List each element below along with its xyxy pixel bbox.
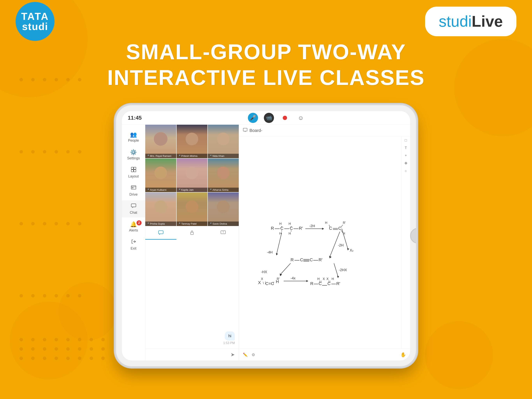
svg-text:C: C bbox=[338, 226, 341, 231]
record-button[interactable] bbox=[280, 113, 290, 123]
svg-rect-6 bbox=[132, 187, 133, 188]
video-cell-7: 🎤 Prisha Gupta bbox=[145, 193, 176, 226]
chat-icon bbox=[131, 203, 136, 210]
video-cell-name-1: 🎤 Mrs. Payal Ramani bbox=[145, 154, 176, 158]
sidebar-item-chat[interactable]: Chat bbox=[122, 200, 145, 217]
board-icon bbox=[243, 128, 247, 134]
svg-line-88 bbox=[334, 263, 338, 276]
chat-tab-message[interactable] bbox=[145, 226, 177, 240]
whiteboard-right-toolbar: □ T + ✥ ○ bbox=[401, 136, 410, 349]
video-cell-9: 🎤 Savio Disilva bbox=[208, 193, 239, 226]
microphone-button[interactable]: 🎤 bbox=[248, 113, 258, 123]
wb-settings-icon[interactable]: ⚙ bbox=[252, 353, 255, 357]
chat-message-1: hi 1:53 PM bbox=[149, 331, 235, 345]
video-cell-name-4: 🎤 Aryan Kulkarni bbox=[145, 188, 176, 192]
svg-text:-4H: -4H bbox=[267, 250, 273, 254]
svg-rect-0 bbox=[131, 167, 133, 169]
wb-hand-icon[interactable]: ✋ bbox=[400, 352, 406, 358]
studi-live-studi: studi bbox=[439, 13, 472, 30]
svg-line-45 bbox=[277, 233, 282, 253]
svg-marker-32 bbox=[322, 228, 324, 230]
svg-text:C: C bbox=[310, 257, 313, 262]
main-content: 👥 People ⚙️ Settings bbox=[122, 125, 410, 360]
svg-marker-93 bbox=[347, 248, 349, 250]
exit-icon bbox=[131, 239, 136, 246]
svg-text:\: \ bbox=[263, 281, 264, 285]
svg-text:X: X bbox=[323, 277, 325, 281]
svg-text:H: H bbox=[289, 222, 291, 225]
svg-text:C: C bbox=[290, 226, 293, 231]
emoji-button[interactable]: ☺ bbox=[296, 113, 306, 123]
svg-text:H: H bbox=[325, 221, 327, 225]
chat-tabs: ? bbox=[145, 226, 239, 240]
chat-messages: hi 1:53 PM bbox=[145, 240, 239, 349]
record-indicator bbox=[283, 116, 287, 120]
svg-rect-2 bbox=[131, 170, 133, 172]
svg-text:-2H: -2H bbox=[309, 224, 315, 228]
wb-pencil-icon[interactable]: ✏️ bbox=[243, 353, 248, 357]
sidebar-item-settings[interactable]: ⚙️ Settings bbox=[122, 146, 145, 163]
video-cell-name-6: 🎤 Atharva Sinha bbox=[208, 188, 239, 192]
layout-label: Layout bbox=[128, 174, 139, 179]
people-icon: 👥 bbox=[130, 131, 137, 138]
tablet-frame: 11:45 🎤 📹 ☺ 👥 People bbox=[116, 105, 416, 366]
tablet-screen: 11:45 🎤 📹 ☺ 👥 People bbox=[122, 111, 410, 360]
main-heading: SMALL-GROUP TWO-WAY INTERACTIVE LIVE CLA… bbox=[0, 39, 532, 90]
svg-text:X: X bbox=[261, 277, 263, 281]
mic-icon-9: 🎤 bbox=[209, 223, 212, 225]
svg-marker-57 bbox=[329, 256, 332, 258]
sidebar-item-people[interactable]: 👥 People bbox=[122, 129, 145, 145]
mic-icon-4: 🎤 bbox=[146, 189, 149, 191]
svg-text:?: ? bbox=[222, 231, 224, 234]
svg-text:H: H bbox=[289, 232, 291, 235]
whiteboard-bottom-toolbar: ✏️ ⚙ ✋ bbox=[239, 349, 410, 360]
svg-rect-1 bbox=[134, 167, 136, 169]
svg-text:H: H bbox=[332, 277, 334, 281]
tablet-container: 11:45 🎤 📹 ☺ 👥 People bbox=[116, 105, 416, 366]
sidebar-item-layout[interactable]: Layout bbox=[122, 164, 145, 181]
video-cell-6: 🎤 Atharva Sinha bbox=[208, 159, 239, 192]
wb-tool-circle[interactable]: ○ bbox=[405, 169, 407, 173]
svg-text:X: X bbox=[326, 277, 329, 281]
mic-icon-1: 🎤 bbox=[146, 155, 149, 157]
clock-display: 11:45 bbox=[128, 115, 142, 121]
send-area: ➤ bbox=[145, 349, 239, 360]
wb-tool-text[interactable]: T bbox=[405, 146, 407, 150]
mic-icon-5: 🎤 bbox=[178, 189, 181, 191]
wb-tool-move[interactable]: ✥ bbox=[405, 161, 407, 165]
svg-marker-89 bbox=[337, 276, 339, 278]
exit-label: Exit bbox=[130, 246, 136, 251]
sidebar-item-alerts[interactable]: 2 🔔 Alerts bbox=[122, 219, 145, 235]
participant-name-6: Atharva Sinha bbox=[212, 188, 228, 191]
whiteboard-header: Board- bbox=[239, 125, 410, 136]
whiteboard-area: Board- bbox=[239, 125, 410, 360]
svg-text:H: H bbox=[317, 277, 320, 281]
message-time-1: 1:53 PM bbox=[223, 341, 235, 345]
chat-tab-lock[interactable] bbox=[177, 226, 208, 240]
participant-name-5: Kapila Jain bbox=[181, 188, 194, 191]
alerts-badge: 2 bbox=[137, 220, 142, 225]
mic-icon-6: 🎤 bbox=[209, 189, 212, 191]
send-button[interactable]: ➤ bbox=[231, 352, 235, 358]
svg-line-60 bbox=[281, 263, 291, 274]
svg-rect-13 bbox=[243, 128, 247, 131]
svg-rect-9 bbox=[158, 231, 163, 234]
participant-name-8: Tanmay Patel bbox=[181, 222, 197, 225]
sidebar-item-drive[interactable]: Drive bbox=[122, 182, 145, 199]
wb-tool-rect[interactable]: □ bbox=[405, 138, 407, 142]
participant-name-2: Pritesh Mishra bbox=[181, 154, 197, 157]
wb-tool-add[interactable]: + bbox=[405, 154, 407, 158]
camera-button[interactable]: 📹 bbox=[264, 113, 274, 123]
video-cell-3: 🎤 Nida Khan bbox=[208, 125, 239, 158]
chat-tab-question[interactable]: ? bbox=[208, 226, 239, 240]
top-bar: 11:45 🎤 📹 ☺ bbox=[122, 111, 410, 125]
svg-text:H: H bbox=[279, 222, 282, 225]
svg-marker-71 bbox=[306, 280, 308, 282]
participant-name-4: Aryan Kulkarni bbox=[150, 188, 166, 191]
settings-icon: ⚙️ bbox=[130, 149, 137, 155]
sidebar-item-exit[interactable]: Exit bbox=[122, 236, 145, 253]
alerts-icon: 🔔 bbox=[130, 221, 137, 228]
tablet-home-button bbox=[410, 228, 416, 244]
video-cell-name-3: 🎤 Nida Khan bbox=[208, 154, 239, 158]
participant-name-9: Savio Disilva bbox=[212, 222, 227, 225]
